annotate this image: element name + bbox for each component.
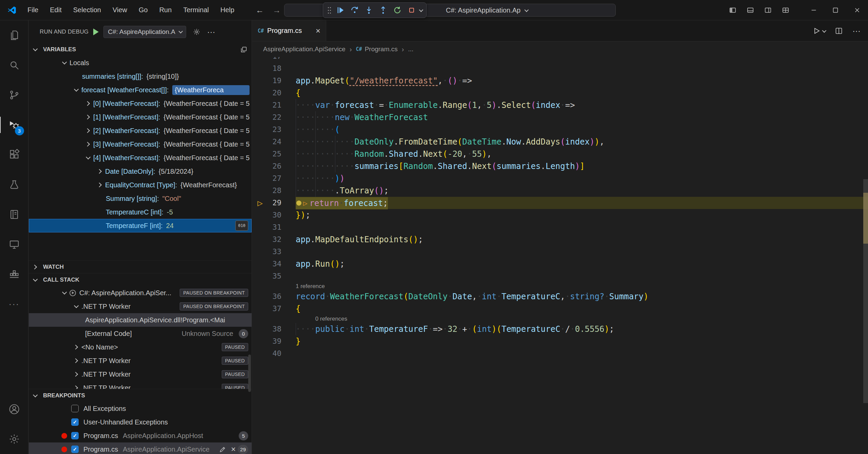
line-number[interactable]: 26 <box>268 160 281 172</box>
settings-gear-icon[interactable] <box>0 424 28 454</box>
inline-breakpoint-icon[interactable] <box>296 201 301 206</box>
current-line-arrow-icon[interactable]: ▷ <box>252 197 268 209</box>
stop-dropdown-chevron-icon[interactable] <box>419 7 423 12</box>
breadcrumb-item[interactable]: C#Program.cs <box>356 45 398 53</box>
code-text[interactable]: ········)) <box>296 172 345 185</box>
menu-view[interactable]: View <box>107 0 133 20</box>
glyph-margin[interactable] <box>252 75 268 87</box>
code-viewport[interactable]: 171819app.MapGet("/weatherforecast",·()·… <box>252 57 868 454</box>
toggle-panel-button[interactable] <box>747 6 754 14</box>
glyph-margin[interactable] <box>252 172 268 185</box>
breakpoint-checkbox[interactable]: ✓ <box>71 418 79 426</box>
twisty-expanded-icon[interactable] <box>62 290 67 295</box>
variable-row[interactable]: Summary [string]:"Cool" <box>29 192 252 205</box>
code-text[interactable]: { <box>296 303 300 315</box>
code-text[interactable]: ········new·WeatherForecast <box>296 111 428 124</box>
code-line-25[interactable]: 25············Random.Shared.Next(-20,·55… <box>252 148 868 160</box>
twisty-collapsed-icon[interactable] <box>73 372 78 377</box>
code-line-20[interactable]: 20{ <box>252 87 868 99</box>
variable-value-selected[interactable]: {WeatherForeca <box>172 85 250 95</box>
collapse-all-icon[interactable] <box>240 46 248 53</box>
variable-row[interactable]: [2] [WeatherForecast]:{WeatherForecast {… <box>29 124 252 137</box>
line-number[interactable]: 21 <box>268 99 281 111</box>
codelens[interactable]: 0 references <box>252 315 868 323</box>
twisty-expanded-icon[interactable] <box>86 155 91 159</box>
line-number[interactable]: 20 <box>268 87 281 99</box>
code-line-39[interactable]: 39} <box>252 335 868 347</box>
code-line-33[interactable]: 33 <box>252 246 868 258</box>
menu-edit[interactable]: Edit <box>44 0 67 20</box>
code-line-28[interactable]: 28········.ToArray(); <box>252 185 868 197</box>
line-number[interactable]: 29 <box>268 197 281 209</box>
code-line-31[interactable]: 31 <box>252 221 868 233</box>
tab-program-cs[interactable]: C# Program.cs × <box>252 20 326 41</box>
twisty-collapsed-icon[interactable] <box>85 128 90 133</box>
call-stack-row[interactable]: .NET TP WorkerPAUSED <box>29 381 252 389</box>
call-stack-row[interactable]: AspireApplication.ApiService.dll!Program… <box>29 313 252 327</box>
glyph-margin[interactable] <box>252 290 268 303</box>
code-line-22[interactable]: 22········new·WeatherForecast <box>252 111 868 124</box>
glyph-margin[interactable] <box>252 233 268 246</box>
remove-breakpoint-icon[interactable]: × <box>231 445 236 453</box>
code-text[interactable]: ····var·forecast·=·Enumerable.Range(1,·5… <box>296 99 575 111</box>
code-text[interactable]: ····public·int·TemperatureF·=>·32·+·(int… <box>296 323 614 335</box>
code-text[interactable]: ▷return·forecast; <box>296 197 388 209</box>
variable-row[interactable]: EqualityContract [Type]:{WeatherForecast… <box>29 178 252 192</box>
debug-settings-gear-icon[interactable] <box>193 28 200 36</box>
edit-breakpoint-icon[interactable] <box>219 446 226 453</box>
code-line-37[interactable]: 37{ <box>252 303 868 315</box>
twisty-collapsed-icon[interactable] <box>97 169 102 174</box>
menu-help[interactable]: Help <box>215 0 240 20</box>
editor-more-actions-button[interactable]: ··· <box>852 26 861 36</box>
search-icon[interactable] <box>0 50 28 80</box>
code-line-17[interactable]: 17 <box>252 57 868 62</box>
restart-button[interactable] <box>391 4 403 16</box>
call-stack-row[interactable]: .NET TP WorkerPAUSED ON BREAKPOINT <box>29 300 252 313</box>
toggle-secondary-sidebar-button[interactable] <box>764 6 772 14</box>
variables-scope-row[interactable]: Locals <box>29 56 252 70</box>
breadcrumb-item[interactable]: AspireApplication.ApiService <box>263 45 346 53</box>
maximize-button[interactable] <box>825 0 846 20</box>
line-number[interactable]: 39 <box>268 335 281 347</box>
line-number[interactable]: 23 <box>268 124 281 136</box>
code-text[interactable]: ············DateOnly.FromDateTime(DateTi… <box>296 136 604 148</box>
line-number[interactable]: 32 <box>268 233 281 246</box>
glyph-margin[interactable] <box>252 246 268 258</box>
account-icon[interactable] <box>0 394 28 424</box>
more-views-icon[interactable]: ··· <box>0 289 28 319</box>
code-text[interactable]: ········( <box>296 124 340 136</box>
glyph-margin[interactable] <box>252 87 268 99</box>
line-number[interactable]: 33 <box>268 246 281 258</box>
code-line-23[interactable]: 23········( <box>252 124 868 136</box>
gripper-icon[interactable] <box>328 7 329 8</box>
step-over-button[interactable] <box>349 4 361 16</box>
variable-row[interactable]: forecast [WeatherForecast[]]:{WeatherFor… <box>29 83 252 97</box>
launch-config-select[interactable]: C#: AspireApplication.A <box>103 26 186 38</box>
code-line-36[interactable]: 36record·WeatherForecast(DateOnly·Date,·… <box>252 290 868 303</box>
glyph-margin[interactable] <box>252 160 268 172</box>
line-number[interactable]: 35 <box>268 270 281 282</box>
twisty-collapsed-icon[interactable] <box>73 345 78 349</box>
forward-button[interactable]: → <box>273 5 281 15</box>
glyph-margin[interactable] <box>252 209 268 221</box>
breakpoint-checkbox[interactable]: ✓ <box>71 446 79 453</box>
glyph-margin[interactable] <box>252 99 268 111</box>
code-text[interactable]: ············Random.Shared.Next(-20,·55), <box>296 148 492 160</box>
code-line-21[interactable]: 21····var·forecast·=·Enumerable.Range(1,… <box>252 99 868 111</box>
split-editor-button[interactable] <box>835 27 843 35</box>
close-tab-icon[interactable]: × <box>316 27 320 35</box>
twisty-collapsed-icon[interactable] <box>73 358 78 363</box>
code-text[interactable]: ········.ToArray(); <box>296 185 389 197</box>
section-twisty-icon[interactable] <box>33 46 38 51</box>
line-number[interactable]: 17 <box>268 57 281 62</box>
glyph-margin[interactable] <box>252 270 268 282</box>
call-stack-row[interactable]: [External Code]Unknown Source0 <box>29 327 252 340</box>
breakpoint-row[interactable]: All Exceptions <box>29 402 252 415</box>
variable-row[interactable]: TemperatureC [int]:-5 <box>29 205 252 219</box>
start-debugging-button[interactable] <box>93 29 99 35</box>
variable-row[interactable]: Date [DateOnly]:{5/18/2024} <box>29 165 252 178</box>
line-number[interactable]: 19 <box>268 75 281 87</box>
line-number[interactable]: 36 <box>268 290 281 303</box>
glyph-margin[interactable] <box>252 221 268 233</box>
call-stack-row[interactable]: .NET TP WorkerPAUSED <box>29 367 252 381</box>
